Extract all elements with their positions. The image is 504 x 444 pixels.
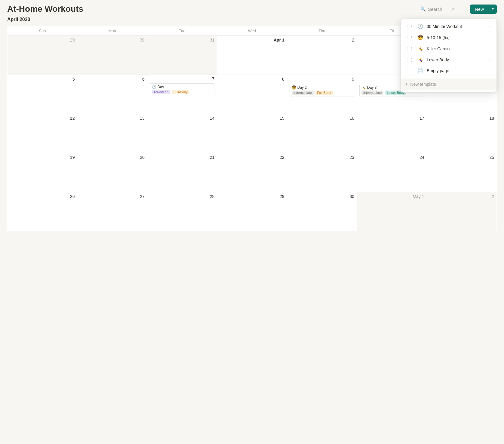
template-icon-30min: 🕐 <box>417 23 424 29</box>
tag: Intermediate <box>361 91 383 95</box>
calendar-day[interactable]: 2 <box>427 192 496 231</box>
calendar-day[interactable]: 26 <box>8 192 77 231</box>
calendar-day[interactable]: 21 <box>147 153 217 192</box>
calendar-day[interactable]: 30 <box>77 36 147 75</box>
calendar-day[interactable]: 25 <box>427 153 496 192</box>
dropdown-divider <box>401 77 496 77</box>
expand-icon: ↗ <box>450 7 454 12</box>
template-label-30min: 30 Minute Workout <box>427 24 483 29</box>
event-icon: 🤠 <box>292 85 296 90</box>
calendar-day[interactable]: 14 <box>147 114 217 153</box>
calendar-day[interactable]: 30 <box>287 192 357 231</box>
calendar-day[interactable]: 28 <box>147 192 217 231</box>
event-title-text: Day 1 <box>158 85 167 89</box>
new-template-label: New template <box>410 82 436 87</box>
calendar-day[interactable]: 13 <box>77 114 147 153</box>
template-options-icon[interactable]: ··· <box>486 45 492 52</box>
plus-icon: + <box>405 82 408 87</box>
template-options-icon[interactable]: ··· <box>486 34 492 41</box>
ellipsis-icon: ··· <box>461 6 465 11</box>
event-title-text: Day 3 <box>367 85 376 90</box>
calendar-day[interactable]: 2 <box>287 36 357 75</box>
new-template-button[interactable]: + New template <box>401 79 496 90</box>
calendar-day[interactable]: 8 <box>217 75 287 114</box>
calendar-day[interactable]: 22 <box>217 153 287 192</box>
event-title-text: Day 2 <box>297 85 307 90</box>
col-thu: Thu <box>287 26 357 36</box>
col-sun: Sun <box>8 26 77 36</box>
new-dropdown: ⋮⋮ 🕐 30 Minute Workout ··· ⋮⋮ 🤠 5-10-15 … <box>401 19 497 92</box>
col-wed: Wed <box>217 26 287 36</box>
calendar-day[interactable]: 27 <box>77 192 147 231</box>
calendar-day[interactable]: Apr 1 <box>217 36 287 75</box>
calendar-day[interactable]: 12 <box>8 114 77 153</box>
drag-handle-icon: ⋮⋮ <box>405 35 413 40</box>
calendar-week-row: 12 13 14 15 16 17 18 <box>8 114 497 153</box>
calendar-day[interactable]: May 1 <box>357 192 427 231</box>
calendar-day[interactable]: 24 <box>357 153 427 192</box>
tag: Intermediate <box>292 91 314 95</box>
calendar-day[interactable]: 20 <box>77 153 147 192</box>
dropdown-item-killer-cardio[interactable]: ⋮⋮ 🤸 Killer Cardio ··· <box>401 43 496 54</box>
template-label-killer-cardio: Killer Cardio <box>427 46 483 51</box>
calendar-day[interactable]: 17 <box>357 114 427 153</box>
calendar-day[interactable]: 31 <box>147 36 217 75</box>
template-label-5-10-15: 5-10-15 (5x) <box>427 35 483 40</box>
dropdown-item-empty-page[interactable]: ⋮⋮ 📄 Empty page <box>401 65 496 76</box>
template-icon-killer-cardio: 🤸 <box>417 46 424 51</box>
event-tags: Advanced Full-Body <box>152 90 212 95</box>
template-label-lower-body: Lower Body <box>427 57 483 62</box>
calendar-day[interactable]: 18 <box>427 114 496 153</box>
col-tue: Tue <box>147 26 217 36</box>
calendar-day[interactable]: 19 <box>8 153 77 192</box>
template-icon-empty-page: 📄 <box>417 68 424 73</box>
dropdown-item-lower-body[interactable]: ⋮⋮ 🤸‍♀️ Lower Body ··· <box>401 54 496 65</box>
more-options-button[interactable]: ··· <box>459 5 468 14</box>
template-options-icon[interactable]: ··· <box>486 23 492 29</box>
header: At-Home Workouts 🔍 Search ↗ ··· New ▾ <box>0 0 504 17</box>
search-icon: 🔍 <box>420 6 426 12</box>
dropdown-item-5-10-15[interactable]: ⋮⋮ 🤠 5-10-15 (5x) ··· <box>401 32 496 43</box>
template-label-empty-page: Empty page <box>427 68 492 73</box>
calendar-week-row: 19 20 21 22 23 24 25 <box>8 153 497 192</box>
calendar-day-today[interactable]: 7 🕐 Day 1 Advanced Full-Body <box>147 75 217 114</box>
calendar-day[interactable]: 29 <box>8 36 77 75</box>
drag-handle-icon: ⋮⋮ <box>405 57 413 62</box>
calendar-day[interactable]: 5 <box>8 75 77 114</box>
col-mon: Mon <box>77 26 147 36</box>
event-tags: Intermediate Full-Body <box>292 91 352 95</box>
drag-handle-icon: ⋮⋮ <box>405 46 413 51</box>
event-icon: 🤸 <box>361 85 366 90</box>
new-button-group: New ▾ <box>470 5 497 14</box>
search-button[interactable]: 🔍 Search <box>417 5 445 14</box>
template-icon-5-10-15: 🤠 <box>417 35 424 40</box>
dropdown-item-30min[interactable]: ⋮⋮ 🕐 30 Minute Workout ··· <box>401 21 496 32</box>
calendar-day[interactable]: 23 <box>287 153 357 192</box>
new-button-caret[interactable]: ▾ <box>489 5 497 14</box>
event-icon: 🕐 <box>152 85 156 89</box>
calendar-day[interactable]: 6 <box>77 75 147 114</box>
page-title: At-Home Workouts <box>7 4 83 14</box>
tag: Full-Body <box>315 91 333 95</box>
new-button[interactable]: New <box>470 5 489 14</box>
calendar-day[interactable]: 16 <box>287 114 357 153</box>
event-day1[interactable]: 🕐 Day 1 Advanced Full-Body <box>150 83 214 96</box>
template-icon-lower-body: 🤸‍♀️ <box>417 57 424 63</box>
expand-button[interactable]: ↗ <box>448 5 456 14</box>
tag: Advanced <box>152 90 170 94</box>
template-options-icon[interactable]: ··· <box>486 57 492 63</box>
tag: Full-Body <box>172 90 189 94</box>
chevron-down-icon: ▾ <box>492 7 494 11</box>
event-day2[interactable]: 🤠 Day 2 Intermediate Full-Body <box>290 84 354 97</box>
calendar-day[interactable]: 29 <box>217 192 287 231</box>
calendar-day-9[interactable]: 9 🤠 Day 2 Intermediate Full-Body <box>287 75 357 114</box>
drag-handle-icon: ⋮⋮ <box>405 24 413 29</box>
calendar-day[interactable]: 15 <box>217 114 287 153</box>
calendar-week-row: 26 27 28 29 30 May 1 2 <box>8 192 497 231</box>
header-actions: 🔍 Search ↗ ··· New ▾ <box>417 5 497 14</box>
